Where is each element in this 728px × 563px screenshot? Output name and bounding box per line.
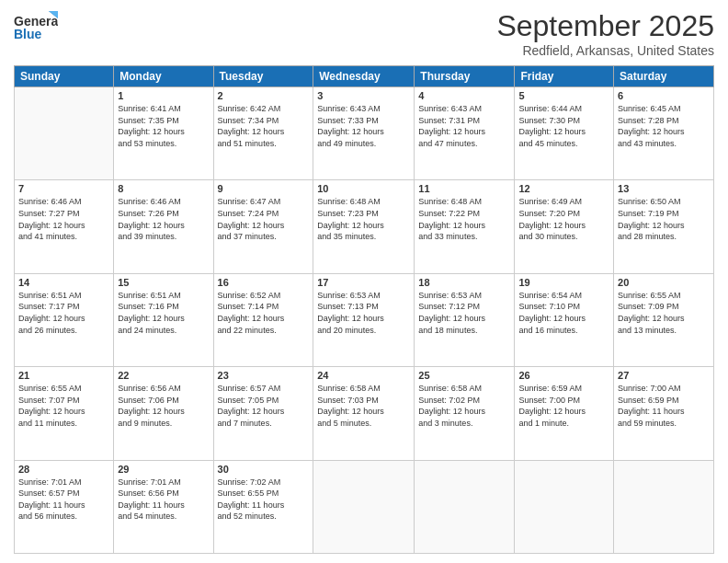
calendar-cell: 26Sunrise: 6:59 AM Sunset: 7:00 PM Dayli… (515, 367, 614, 460)
day-info: Sunrise: 6:47 AM Sunset: 7:24 PM Dayligh… (218, 196, 310, 242)
day-number: 24 (317, 370, 410, 381)
calendar-cell: 25Sunrise: 6:58 AM Sunset: 7:02 PM Dayli… (415, 367, 515, 460)
calendar-cell: 8Sunrise: 6:46 AM Sunset: 7:26 PM Daylig… (114, 180, 213, 273)
calendar-week-row: 14Sunrise: 6:51 AM Sunset: 7:17 PM Dayli… (15, 273, 714, 366)
day-number: 29 (118, 464, 209, 475)
calendar-cell (415, 460, 515, 553)
day-number: 20 (618, 277, 710, 288)
month-title: September 2025 (496, 9, 714, 43)
calendar-cell (515, 460, 614, 553)
day-number: 14 (18, 277, 109, 288)
calendar-cell: 1Sunrise: 6:41 AM Sunset: 7:35 PM Daylig… (114, 87, 213, 180)
day-number: 15 (118, 277, 209, 288)
calendar-body: 1Sunrise: 6:41 AM Sunset: 7:35 PM Daylig… (15, 87, 714, 554)
calendar-cell: 5Sunrise: 6:44 AM Sunset: 7:30 PM Daylig… (515, 87, 614, 180)
day-info: Sunrise: 6:51 AM Sunset: 7:17 PM Dayligh… (18, 290, 109, 336)
col-thursday: Thursday (415, 66, 515, 87)
calendar-week-row: 7Sunrise: 6:46 AM Sunset: 7:27 PM Daylig… (15, 180, 714, 273)
day-number: 21 (18, 370, 109, 381)
calendar-week-row: 21Sunrise: 6:55 AM Sunset: 7:07 PM Dayli… (15, 367, 714, 460)
calendar-cell: 15Sunrise: 6:51 AM Sunset: 7:16 PM Dayli… (114, 273, 213, 366)
day-info: Sunrise: 7:01 AM Sunset: 6:57 PM Dayligh… (18, 477, 109, 523)
day-info: Sunrise: 6:58 AM Sunset: 7:02 PM Dayligh… (418, 383, 510, 429)
day-info: Sunrise: 6:52 AM Sunset: 7:14 PM Dayligh… (218, 290, 310, 336)
day-number: 30 (218, 464, 310, 475)
calendar-cell: 17Sunrise: 6:53 AM Sunset: 7:13 PM Dayli… (313, 273, 415, 366)
calendar-week-row: 1Sunrise: 6:41 AM Sunset: 7:35 PM Daylig… (15, 87, 714, 180)
header: General Blue September 2025 Redfield, Ar… (14, 9, 714, 58)
location-subtitle: Redfield, Arkansas, United States (496, 43, 714, 58)
day-number: 18 (418, 277, 510, 288)
calendar-cell: 14Sunrise: 6:51 AM Sunset: 7:17 PM Dayli… (15, 273, 114, 366)
col-friday: Friday (515, 66, 614, 87)
day-info: Sunrise: 6:42 AM Sunset: 7:34 PM Dayligh… (218, 103, 310, 149)
day-info: Sunrise: 6:56 AM Sunset: 7:06 PM Dayligh… (118, 383, 209, 429)
calendar-header-row: Sunday Monday Tuesday Wednesday Thursday… (15, 66, 714, 87)
day-info: Sunrise: 6:41 AM Sunset: 7:35 PM Dayligh… (118, 103, 209, 149)
calendar-cell: 29Sunrise: 7:01 AM Sunset: 6:56 PM Dayli… (114, 460, 213, 553)
day-number: 19 (518, 277, 609, 288)
calendar-cell: 19Sunrise: 6:54 AM Sunset: 7:10 PM Dayli… (515, 273, 614, 366)
day-number: 5 (518, 90, 609, 101)
calendar-cell: 13Sunrise: 6:50 AM Sunset: 7:19 PM Dayli… (614, 180, 714, 273)
col-tuesday: Tuesday (213, 66, 313, 87)
day-number: 4 (418, 90, 510, 101)
day-info: Sunrise: 6:50 AM Sunset: 7:19 PM Dayligh… (618, 196, 710, 242)
day-number: 28 (18, 464, 109, 475)
col-wednesday: Wednesday (313, 66, 415, 87)
logo: General Blue (14, 9, 60, 44)
day-info: Sunrise: 6:46 AM Sunset: 7:26 PM Dayligh… (118, 196, 209, 242)
day-number: 22 (118, 370, 209, 381)
day-info: Sunrise: 6:44 AM Sunset: 7:30 PM Dayligh… (518, 103, 609, 149)
day-info: Sunrise: 6:45 AM Sunset: 7:28 PM Dayligh… (618, 103, 710, 149)
calendar-cell (15, 87, 114, 180)
day-info: Sunrise: 7:02 AM Sunset: 6:55 PM Dayligh… (218, 477, 310, 523)
calendar-cell: 6Sunrise: 6:45 AM Sunset: 7:28 PM Daylig… (614, 87, 714, 180)
col-sunday: Sunday (15, 66, 114, 87)
day-number: 10 (317, 183, 410, 194)
day-number: 25 (418, 370, 510, 381)
day-info: Sunrise: 6:51 AM Sunset: 7:16 PM Dayligh… (118, 290, 209, 336)
calendar-cell: 24Sunrise: 6:58 AM Sunset: 7:03 PM Dayli… (313, 367, 415, 460)
day-number: 3 (317, 90, 410, 101)
col-saturday: Saturday (614, 66, 714, 87)
day-info: Sunrise: 6:58 AM Sunset: 7:03 PM Dayligh… (317, 383, 410, 429)
day-info: Sunrise: 6:43 AM Sunset: 7:33 PM Dayligh… (317, 103, 410, 149)
day-number: 11 (418, 183, 510, 194)
day-info: Sunrise: 7:00 AM Sunset: 6:59 PM Dayligh… (618, 383, 710, 429)
day-info: Sunrise: 6:48 AM Sunset: 7:22 PM Dayligh… (418, 196, 510, 242)
day-number: 17 (317, 277, 410, 288)
day-number: 26 (518, 370, 609, 381)
day-info: Sunrise: 6:46 AM Sunset: 7:27 PM Dayligh… (18, 196, 109, 242)
day-info: Sunrise: 6:48 AM Sunset: 7:23 PM Dayligh… (317, 196, 410, 242)
day-info: Sunrise: 6:43 AM Sunset: 7:31 PM Dayligh… (418, 103, 510, 149)
calendar-cell (614, 460, 714, 553)
day-info: Sunrise: 6:55 AM Sunset: 7:07 PM Dayligh… (18, 383, 109, 429)
day-info: Sunrise: 6:49 AM Sunset: 7:20 PM Dayligh… (518, 196, 609, 242)
day-number: 12 (518, 183, 609, 194)
calendar-cell: 10Sunrise: 6:48 AM Sunset: 7:23 PM Dayli… (313, 180, 415, 273)
calendar-cell: 2Sunrise: 6:42 AM Sunset: 7:34 PM Daylig… (213, 87, 313, 180)
calendar-cell: 7Sunrise: 6:46 AM Sunset: 7:27 PM Daylig… (15, 180, 114, 273)
day-info: Sunrise: 6:53 AM Sunset: 7:12 PM Dayligh… (418, 290, 510, 336)
calendar-cell: 18Sunrise: 6:53 AM Sunset: 7:12 PM Dayli… (415, 273, 515, 366)
page: General Blue September 2025 Redfield, Ar… (0, 0, 728, 563)
day-info: Sunrise: 7:01 AM Sunset: 6:56 PM Dayligh… (118, 477, 209, 523)
calendar-cell: 20Sunrise: 6:55 AM Sunset: 7:09 PM Dayli… (614, 273, 714, 366)
day-number: 7 (18, 183, 109, 194)
calendar-cell: 28Sunrise: 7:01 AM Sunset: 6:57 PM Dayli… (15, 460, 114, 553)
day-number: 6 (618, 90, 710, 101)
svg-text:Blue: Blue (14, 27, 42, 41)
calendar-cell: 27Sunrise: 7:00 AM Sunset: 6:59 PM Dayli… (614, 367, 714, 460)
logo-icon: General Blue (14, 9, 58, 44)
calendar-cell: 30Sunrise: 7:02 AM Sunset: 6:55 PM Dayli… (213, 460, 313, 553)
day-info: Sunrise: 6:57 AM Sunset: 7:05 PM Dayligh… (218, 383, 310, 429)
calendar-cell: 21Sunrise: 6:55 AM Sunset: 7:07 PM Dayli… (15, 367, 114, 460)
day-info: Sunrise: 6:59 AM Sunset: 7:00 PM Dayligh… (518, 383, 609, 429)
calendar-week-row: 28Sunrise: 7:01 AM Sunset: 6:57 PM Dayli… (15, 460, 714, 553)
calendar-cell: 3Sunrise: 6:43 AM Sunset: 7:33 PM Daylig… (313, 87, 415, 180)
calendar-table: Sunday Monday Tuesday Wednesday Thursday… (14, 65, 714, 554)
day-info: Sunrise: 6:55 AM Sunset: 7:09 PM Dayligh… (618, 290, 710, 336)
calendar-cell: 4Sunrise: 6:43 AM Sunset: 7:31 PM Daylig… (415, 87, 515, 180)
day-number: 16 (218, 277, 310, 288)
